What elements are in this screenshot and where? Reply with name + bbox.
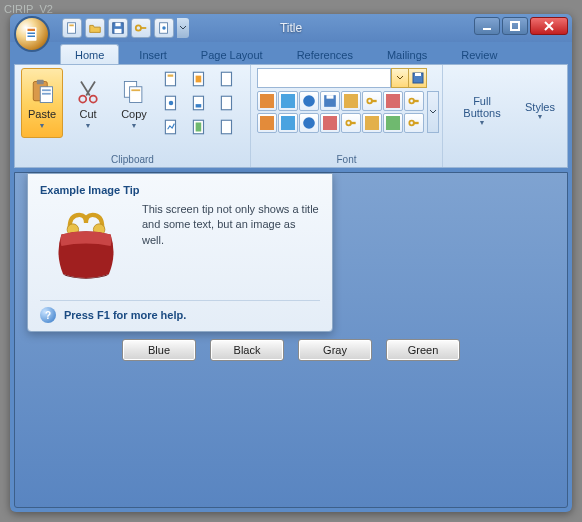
quick-access-toolbar: [62, 18, 189, 38]
key-icon: [407, 94, 421, 108]
gallery-item[interactable]: [299, 113, 319, 133]
svg-rect-55: [323, 116, 337, 130]
svg-rect-1: [28, 29, 36, 31]
group-clipboard: Paste ▼ Cut ▼ Copy ▼: [15, 65, 251, 167]
gallery-item[interactable]: [278, 91, 298, 111]
gallery-item[interactable]: [278, 113, 298, 133]
copy-button[interactable]: Copy ▼: [113, 68, 155, 138]
key-icon: [344, 116, 358, 130]
svg-rect-61: [413, 121, 419, 123]
qat-button-1[interactable]: [62, 18, 82, 38]
gallery-item[interactable]: [362, 113, 382, 133]
gray-button[interactable]: Gray: [298, 339, 372, 361]
gallery-item[interactable]: [257, 113, 277, 133]
qat-button-2[interactable]: [85, 18, 105, 38]
tab-page-layout[interactable]: Page Layout: [187, 45, 277, 64]
gallery-item[interactable]: [383, 91, 403, 111]
gallery-item[interactable]: [320, 113, 340, 133]
paste-icon: [28, 78, 56, 106]
svg-rect-48: [371, 100, 377, 102]
qat-dropdown[interactable]: [177, 18, 189, 38]
qat-button-3[interactable]: [108, 18, 128, 38]
svg-rect-23: [130, 86, 142, 102]
green-button[interactable]: Green: [386, 339, 460, 361]
tab-insert[interactable]: Insert: [125, 45, 181, 64]
save-icon: [111, 21, 125, 35]
paste-button[interactable]: Paste ▼: [21, 68, 63, 138]
copy-icon: [120, 78, 148, 106]
swatch-icon: [344, 94, 358, 108]
svg-rect-42: [281, 94, 295, 108]
gallery-item[interactable]: [299, 91, 319, 111]
blue-button[interactable]: Blue: [122, 339, 196, 361]
full-buttons-dropdown[interactable]: Full Buttons▼: [455, 95, 509, 126]
tab-review[interactable]: Review: [447, 45, 511, 64]
styles-label: Styles: [525, 101, 555, 113]
chevron-down-icon: ▼: [525, 113, 555, 120]
svg-point-20: [79, 95, 86, 102]
close-icon: [543, 20, 555, 32]
key-icon: [365, 94, 379, 108]
key-icon: [134, 21, 148, 35]
small-button[interactable]: [187, 116, 211, 138]
tab-mailings[interactable]: Mailings: [373, 45, 441, 64]
small-button[interactable]: [159, 92, 183, 114]
paste-label: Paste: [28, 108, 56, 120]
svg-rect-2: [28, 33, 36, 35]
swatch-icon: [323, 116, 337, 130]
swatch-icon: [260, 94, 274, 108]
svg-rect-36: [221, 72, 231, 86]
chevron-down-icon: [179, 24, 187, 32]
gallery-item[interactable]: [404, 91, 424, 111]
svg-point-54: [303, 117, 315, 129]
window-title: Title: [280, 21, 302, 35]
gallery-item[interactable]: [341, 113, 361, 133]
qat-button-5[interactable]: [154, 18, 174, 38]
small-button[interactable]: [215, 68, 239, 90]
tab-references[interactable]: References: [283, 45, 367, 64]
chevron-down-icon: [429, 108, 437, 116]
tab-home[interactable]: Home: [60, 44, 119, 64]
svg-rect-4: [68, 23, 76, 34]
ribbon-tabs: Home Insert Page Layout References Maili…: [10, 42, 572, 64]
black-button[interactable]: Black: [210, 339, 284, 361]
small-button[interactable]: [187, 68, 211, 90]
svg-rect-10: [140, 27, 146, 29]
gallery-item[interactable]: [257, 91, 277, 111]
chevron-down-icon: ▼: [39, 122, 46, 129]
svg-rect-18: [42, 89, 51, 91]
gallery-item[interactable]: [404, 113, 424, 133]
font-dropdown-button[interactable]: [391, 68, 409, 88]
purse-icon: [45, 205, 127, 287]
minimize-button[interactable]: [474, 17, 500, 35]
maximize-icon: [509, 20, 521, 32]
qat-button-4[interactable]: [131, 18, 151, 38]
minimize-icon: [481, 20, 493, 32]
save-icon: [412, 72, 424, 84]
small-button[interactable]: [159, 68, 183, 90]
swatch-icon: [260, 116, 274, 130]
gallery-expand-button[interactable]: [427, 91, 439, 133]
font-input[interactable]: [257, 68, 391, 88]
gallery-item[interactable]: [362, 91, 382, 111]
small-button[interactable]: [159, 116, 183, 138]
gallery-item[interactable]: [383, 113, 403, 133]
small-button[interactable]: [215, 92, 239, 114]
small-button[interactable]: [187, 92, 211, 114]
tip-help-text: Press F1 for more help.: [64, 309, 186, 321]
cut-label: Cut: [79, 108, 96, 120]
font-save-button[interactable]: [409, 68, 427, 88]
gallery-item[interactable]: [320, 91, 340, 111]
svg-rect-31: [196, 76, 202, 83]
ribbon: Paste ▼ Cut ▼ Copy ▼: [14, 64, 568, 168]
gallery-item[interactable]: [341, 91, 361, 111]
document-icon: [190, 70, 208, 88]
maximize-button[interactable]: [502, 17, 528, 35]
small-button[interactable]: [215, 116, 239, 138]
svg-rect-40: [415, 73, 421, 76]
close-button[interactable]: [530, 17, 568, 35]
app-orb-button[interactable]: [14, 16, 50, 52]
group-label-clipboard: Clipboard: [21, 153, 244, 165]
cut-button[interactable]: Cut ▼: [67, 68, 109, 138]
styles-dropdown[interactable]: Styles▼: [525, 101, 555, 120]
